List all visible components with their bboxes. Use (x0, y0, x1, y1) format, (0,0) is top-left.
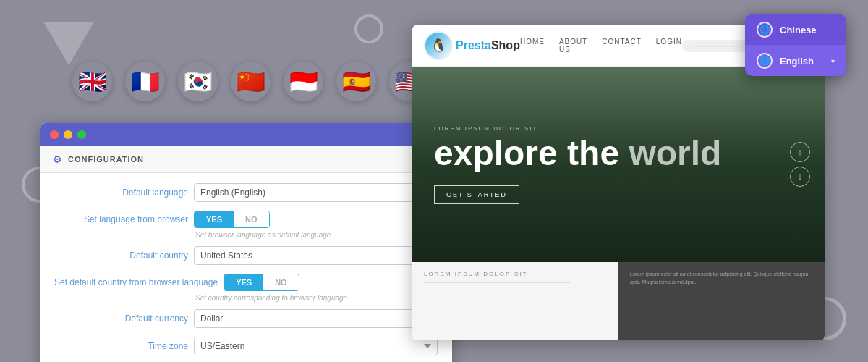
config-header: ⚙ CONFIGURATION (40, 146, 452, 173)
decor-triangle (43, 22, 94, 65)
preview-bottom: LOREM IPSUM DOLOR SIT Lorem ipsum dolor … (412, 262, 825, 340)
hero-cta-button[interactable]: GET STARTED (434, 185, 519, 204)
decor-circle-top (354, 14, 383, 43)
dot-yellow[interactable] (64, 130, 72, 139)
lang-item-english[interactable]: 🌐 English ▾ (745, 46, 846, 76)
toggle-yes-browser-country[interactable]: YES (224, 274, 263, 290)
config-row-browser-language: Set language from browser YES NO (54, 211, 438, 228)
config-row-currency: Default currency Dollar Euro Pound (54, 309, 438, 328)
hero-arrow-up[interactable]: ↑ (790, 142, 810, 162)
hero-title: explore the world (434, 136, 721, 171)
flag-cn[interactable]: 🇨🇳 (231, 62, 271, 101)
chevron-down-icon: ▾ (831, 57, 835, 65)
config-body: Default language English (English) Chine… (40, 173, 452, 362)
dot-green[interactable] (77, 130, 86, 139)
preview-bottom-right-text: Lorem ipsum dolor sit amet consectetur a… (630, 271, 813, 286)
label-default-currency: Default currency (54, 313, 188, 324)
config-icon: ⚙ (53, 153, 62, 165)
hero-section: LOREM IPSUM DOLOR SIT explore the world … (412, 67, 825, 262)
dot-red[interactable] (50, 130, 59, 139)
preview-bottom-left-bar (424, 282, 570, 283)
nav-link-home[interactable]: HOME (520, 38, 545, 54)
hero-arrow-down[interactable]: ↓ (790, 167, 810, 187)
config-title: CONFIGURATION (68, 155, 144, 164)
label-browser-language: Set language from browser (54, 214, 188, 224)
config-row-timezone: Time zone US/Eastern US/Pacific US/Centr… (54, 337, 438, 355)
preview-bottom-left-title: LOREM IPSUM DOLOR SIT (424, 271, 607, 277)
config-panel: ⚙ CONFIGURATION Default language English… (40, 123, 452, 362)
nav-link-contact[interactable]: CONTACT (602, 38, 642, 54)
hero-label: LOREM IPSUM DOLOR SIT (434, 125, 721, 132)
label-browser-country: Set default country from browser languag… (54, 277, 218, 287)
toggle-no-browser-language[interactable]: NO (234, 211, 269, 227)
lang-name-chinese: Chinese (780, 25, 835, 35)
hint-browser-country: Set country corresponding to browser lan… (195, 294, 438, 302)
browser-logo: 🐧 PrestaShop (424, 31, 520, 60)
label-default-language: Default language (54, 188, 188, 198)
globe-icon-chinese: 🌐 (757, 22, 773, 38)
flag-es[interactable]: 🇪🇸 (336, 62, 376, 101)
config-row-language: Default language English (English) Chine… (54, 183, 438, 202)
select-default-language[interactable]: English (English) Chinese (Chinese) Fren… (194, 183, 438, 202)
flag-kr[interactable]: 🇰🇷 (178, 62, 218, 101)
toggle-browser-country[interactable]: YES NO (224, 274, 299, 291)
flag-row: 🇬🇧 🇫🇷 🇰🇷 🇨🇳 🇮🇩 🇪🇸 🇺🇸 (72, 62, 429, 101)
toggle-yes-browser-language[interactable]: YES (195, 211, 234, 227)
nav-link-about[interactable]: ABOUT US (559, 38, 587, 54)
browser-nav-links: HOME ABOUT US CONTACT LOGIN (520, 38, 682, 54)
preview-bottom-right: Lorem ipsum dolor sit amet consectetur a… (618, 262, 825, 340)
select-default-country[interactable]: United States United Kingdom France (194, 246, 438, 265)
globe-icon-english: 🌐 (757, 53, 773, 69)
preview-bottom-left: LOREM IPSUM DOLOR SIT (412, 262, 618, 340)
flag-id[interactable]: 🇮🇩 (284, 62, 323, 101)
flag-uk[interactable]: 🇬🇧 (72, 62, 112, 101)
logo-icon: 🐧 (424, 31, 453, 60)
lang-item-chinese[interactable]: 🌐 Chinese (745, 14, 846, 46)
label-timezone: Time zone (54, 341, 188, 351)
config-row-browser-country: Set default country from browser languag… (54, 274, 438, 291)
config-row-country: Default country United States United Kin… (54, 246, 438, 265)
toggle-browser-language[interactable]: YES NO (194, 211, 270, 228)
select-default-currency[interactable]: Dollar Euro Pound (194, 309, 438, 328)
language-dropdown: 🌐 Chinese 🌐 English ▾ (745, 14, 846, 76)
nav-link-login[interactable]: LOGIN (656, 38, 682, 54)
hero-arrows: ↑ ↓ (790, 142, 810, 187)
toggle-no-browser-country[interactable]: NO (263, 274, 299, 290)
hero-content: LOREM IPSUM DOLOR SIT explore the world … (412, 111, 743, 219)
label-default-country: Default country (54, 251, 188, 261)
select-timezone[interactable]: US/Eastern US/Pacific US/Central (194, 337, 438, 355)
config-titlebar (40, 123, 452, 146)
lang-name-english: English (780, 56, 824, 67)
hint-browser-language: Set browser language as default language (195, 231, 438, 239)
flag-fr[interactable]: 🇫🇷 (125, 62, 165, 101)
logo-text: PrestaShop (456, 39, 520, 52)
